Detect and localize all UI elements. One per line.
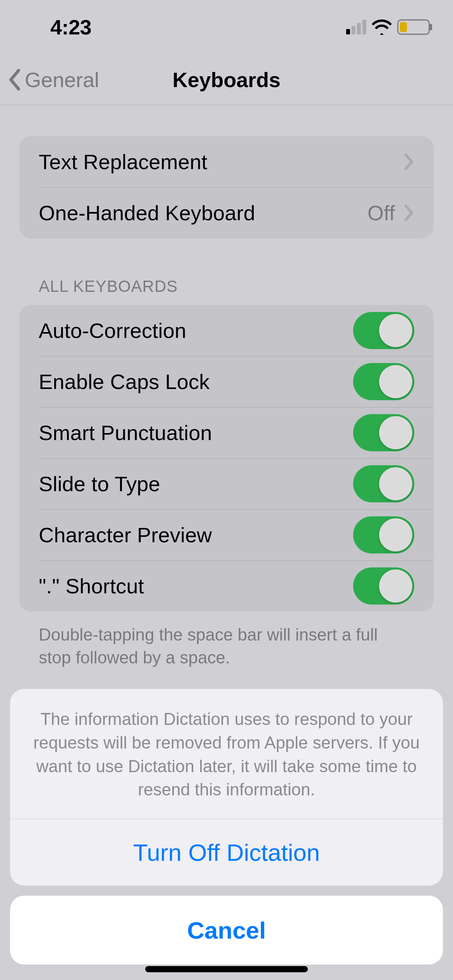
cancel-button[interactable]: Cancel bbox=[10, 896, 443, 965]
turn-off-dictation-button[interactable]: Turn Off Dictation bbox=[10, 819, 443, 886]
action-sheet: The information Dictation uses to respon… bbox=[10, 689, 443, 965]
home-indicator[interactable] bbox=[145, 966, 308, 972]
action-sheet-card: The information Dictation uses to respon… bbox=[10, 689, 443, 886]
action-sheet-message: The information Dictation uses to respon… bbox=[10, 689, 443, 819]
